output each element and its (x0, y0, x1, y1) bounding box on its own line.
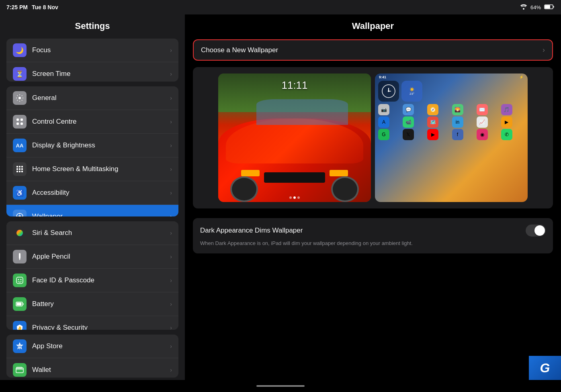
svg-rect-30 (17, 303, 22, 306)
toggle-thumb (534, 225, 545, 236)
applepencil-icon (13, 250, 27, 263)
battery-icon (544, 4, 555, 11)
sidebar-item-label: Control Centre (32, 118, 77, 126)
chevron-icon: › (170, 367, 172, 373)
svg-point-27 (18, 279, 19, 280)
lock-screen-time: 11:11 (281, 79, 307, 92)
home-screen-preview[interactable]: 9:41 ⚡ ☀️ (375, 74, 528, 202)
app-fb: f (452, 129, 463, 140)
app-yt2: ▶ (427, 129, 438, 140)
sidebar-group-siri: Siri & Search › Apple Pencil › (6, 221, 178, 330)
sidebar-item-general[interactable]: General › (6, 86, 178, 110)
wifi-icon (520, 4, 527, 11)
svg-point-0 (523, 8, 524, 10)
svg-point-37 (388, 90, 389, 92)
sidebar-item-privacy[interactable]: 🤚 Privacy & Security › (6, 316, 178, 330)
choose-wallpaper-row[interactable]: Choose a New Wallpaper › (193, 39, 553, 61)
dot-1 (289, 196, 292, 199)
sidebar-item-focus[interactable]: 🌙 Focus › (6, 39, 178, 62)
svg-rect-10 (21, 166, 23, 167)
sidebar-item-controlcentre[interactable]: Control Centre › (6, 110, 178, 134)
dark-appearance-row-top: Dark Appearance Dims Wallpaper (200, 225, 546, 237)
car-light-right (330, 170, 348, 176)
app-mail: ✉️ (477, 104, 488, 115)
chevron-icon: › (170, 142, 172, 149)
chevron-icon: › (170, 301, 172, 307)
svg-rect-6 (16, 122, 19, 125)
sidebar-item-accessibility[interactable]: ♿ Accessibility › (6, 181, 178, 205)
dark-appearance-toggle[interactable] (526, 225, 546, 237)
sidebar-item-screentime[interactable]: ⏳ Screen Time › (6, 62, 178, 82)
svg-rect-24 (19, 253, 20, 259)
svg-point-23 (16, 230, 23, 236)
home-battery: ⚡ (519, 75, 524, 79)
sidebar-item-label: Wallpaper (32, 212, 63, 216)
clock-widget (378, 81, 399, 102)
sidebar-item-label: Wallet (32, 366, 51, 374)
date: Tue 8 Nov (32, 4, 58, 10)
svg-rect-4 (16, 118, 19, 121)
sidebar-item-label: Battery (32, 300, 54, 308)
sidebar-item-siri[interactable]: Siri & Search › (6, 221, 178, 245)
display-icon: AA (13, 139, 27, 152)
lock-screen-bg (218, 74, 371, 202)
faceid-icon (13, 274, 27, 287)
chevron-icon: › (170, 277, 172, 284)
battery-sidebar-icon (13, 297, 27, 311)
sidebar-item-appstore[interactable]: App Store › (6, 335, 178, 358)
chevron-right-icon: › (543, 46, 545, 54)
time-date: 7:25 PM Tue 8 Nov (6, 4, 58, 10)
dark-appearance-label: Dark Appearance Dims Wallpaper (200, 227, 303, 235)
svg-rect-5 (20, 118, 23, 121)
app-stocks: 📈 (477, 116, 488, 128)
app-grid: 📷 💬 🧭 🌄 ✉️ 🎵 A 📹 🗺️ in 📈 ▶ G 𝕏 (375, 103, 528, 202)
time: 7:25 PM (6, 4, 28, 10)
app-photos: 🌄 (452, 104, 463, 115)
sidebar-group-store: App Store › Wallet › (6, 335, 178, 378)
chevron-icon: › (170, 325, 172, 330)
lock-dot-indicator (289, 196, 300, 199)
sidebar-item-homescreen[interactable]: Home Screen & Multitasking › (6, 157, 178, 181)
sidebar-item-label: Apple Pencil (32, 253, 70, 261)
svg-rect-8 (16, 166, 18, 167)
sidebar-item-battery[interactable]: Battery › (6, 292, 178, 316)
battery-percentage: 64% (530, 4, 541, 10)
sidebar-item-label: Accessibility (32, 189, 70, 197)
svg-rect-9 (19, 166, 20, 167)
car-windshield (256, 99, 348, 125)
lock-screen-preview[interactable]: 11:11 (218, 74, 371, 202)
app-maps: 🗺️ (427, 116, 438, 128)
choose-wallpaper-label: Choose a New Wallpaper (201, 46, 278, 54)
sidebar-item-wallet[interactable]: Wallet › (6, 358, 178, 378)
sidebar-item-label: App Store (32, 342, 63, 350)
weather-widget: ☀️ 23° (401, 81, 422, 102)
watermark: G (545, 356, 561, 380)
app-x: 𝕏 (403, 129, 414, 140)
sidebar-item-label: General (32, 94, 56, 102)
right-panel: Wallpaper Choose a New Wallpaper › (185, 14, 561, 380)
sidebar-item-display[interactable]: AA Display & Brightness › (6, 134, 178, 157)
svg-rect-15 (19, 171, 20, 172)
panel-title: Wallpaper (185, 14, 561, 39)
svg-text:🤚: 🤚 (17, 326, 23, 330)
car-wheel-right (331, 176, 358, 202)
sidebar-item-faceid[interactable]: Face ID & Passcode › (6, 269, 178, 292)
app-youtube: ▶ (501, 116, 512, 128)
sidebar-title: Settings (0, 14, 185, 36)
sidebar-item-label: Home Screen & Multitasking (32, 165, 118, 173)
sidebar-group-display: General › Control Centre › AA (6, 86, 178, 216)
chevron-icon: › (170, 118, 172, 125)
sidebar-item-applepencil[interactable]: Apple Pencil › (6, 245, 178, 269)
svg-rect-11 (16, 168, 18, 170)
car-light-left (241, 170, 260, 176)
sidebar-item-label: Siri & Search (32, 229, 72, 237)
svg-rect-12 (19, 168, 20, 170)
app-linkedin: in (452, 116, 463, 128)
watermark-area: G (185, 348, 561, 380)
panel-content: Choose a New Wallpaper › (185, 39, 561, 348)
sidebar-item-wallpaper[interactable]: Wallpaper › (6, 205, 178, 216)
svg-rect-26 (16, 277, 23, 284)
chevron-icon: › (170, 95, 172, 101)
chevron-icon: › (170, 230, 172, 236)
sidebar: Settings 🌙 Focus › ⏳ Screen Time › (0, 14, 185, 380)
